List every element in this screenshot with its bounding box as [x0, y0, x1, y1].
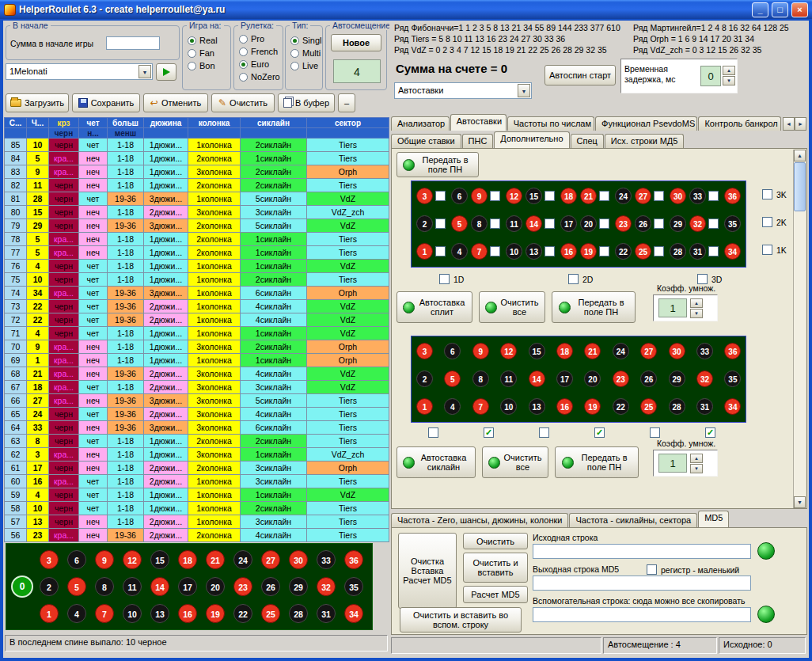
board-number-26[interactable]: 26	[261, 577, 280, 596]
board-number-5[interactable]: 5	[67, 577, 86, 596]
split-number-8[interactable]: 8	[471, 215, 488, 232]
sixline-number-4[interactable]: 4	[444, 398, 461, 415]
table-row[interactable]: 5713черннеч1-182дюжи...1колонка3сиклайнT…	[5, 515, 389, 529]
sub-tab-5[interactable]: Исх. строки МД5	[605, 134, 685, 148]
sixline-number-32[interactable]: 32	[696, 370, 713, 387]
table-row[interactable]: 6821кра...неч19-362дюжи...3колонка4сикла…	[5, 367, 389, 381]
sub-tab-2[interactable]: ПНС	[462, 134, 494, 148]
clear-button[interactable]: ✎Очистить	[211, 93, 275, 112]
split-number-18[interactable]: 18	[560, 188, 577, 204]
sub-tab-1[interactable]: Общие ставки	[391, 134, 461, 148]
table-row[interactable]: 6524чернчет19-362дюжи...3колонка4сиклайн…	[5, 408, 389, 421]
split-number-4[interactable]: 4	[451, 243, 468, 260]
md5-big-button[interactable]: Очистка Вставка Расчет MD5	[398, 533, 457, 609]
tab-scroll-left-button[interactable]: ◄	[783, 117, 795, 131]
split-number-11[interactable]: 11	[506, 215, 522, 232]
sixline-checkbox-1[interactable]	[428, 427, 438, 438]
split-checkbox[interactable]	[654, 191, 664, 201]
split-checkbox[interactable]	[708, 246, 719, 256]
sixline-number-36[interactable]: 36	[724, 343, 741, 359]
sixline-number-23[interactable]: 23	[613, 370, 629, 387]
table-row[interactable]: 8211черннеч1-181дюжи...2колонка2сиклайнT…	[5, 179, 389, 192]
split-number-5[interactable]: 5	[451, 215, 468, 232]
sixline-number-33[interactable]: 33	[696, 343, 713, 359]
spinner-down-button[interactable]: ▼	[690, 464, 703, 473]
sub-tab-4[interactable]: Спец	[571, 134, 604, 148]
sixline-number-19[interactable]: 19	[584, 398, 601, 415]
board-number-34[interactable]: 34	[344, 604, 363, 623]
autobet-sixline-button[interactable]: Автоставка сиклайн	[397, 446, 476, 478]
board-number-30[interactable]: 30	[289, 550, 308, 569]
scroll-up-button[interactable]: ▲	[794, 150, 806, 161]
table-row[interactable]: 638чернчет1-181дюжи...2колонка2сиклайнTi…	[5, 435, 389, 448]
board-number-19[interactable]: 19	[206, 604, 225, 623]
split-checkbox[interactable]	[654, 246, 664, 256]
board-number-27[interactable]: 27	[261, 550, 280, 569]
board-number-8[interactable]: 8	[95, 577, 114, 596]
sixline-number-24[interactable]: 24	[613, 343, 629, 359]
aux-string-input[interactable]	[533, 607, 751, 622]
spinner-down-button[interactable]: ▼	[690, 309, 703, 318]
split-number-24[interactable]: 24	[615, 188, 632, 204]
main-tab-5[interactable]: Контроль банкрол	[698, 116, 781, 131]
table-row[interactable]: 709кра...неч1-181дюжи...3колонка2сиклайн…	[5, 340, 389, 354]
split-checkbox[interactable]	[599, 191, 609, 201]
sixline-number-3[interactable]: 3	[416, 343, 433, 359]
table-row[interactable]: 7434кра...чет19-363дюжи...1колонка6сикла…	[5, 287, 389, 300]
split-number-23[interactable]: 23	[615, 215, 632, 232]
close-button[interactable]: ×	[791, 2, 808, 17]
split-checkbox[interactable]	[599, 218, 609, 229]
split-number-34[interactable]: 34	[724, 243, 741, 260]
sixline-checkbox-3[interactable]	[539, 427, 549, 438]
split-number-20[interactable]: 20	[580, 215, 597, 232]
table-row[interactable]: 839кра...неч1-181дюжи...3колонка2сиклайн…	[5, 165, 389, 179]
title-bar[interactable]: HelperRoullet 6.3 - create helperroullet…	[0, 0, 812, 19]
spinner-up-button[interactable]: ▲	[690, 298, 703, 308]
transfer-sixline-button[interactable]: Передать в поле ПН	[555, 446, 639, 478]
spinner-up-button[interactable]: ▲	[690, 454, 703, 463]
split-number-3[interactable]: 3	[416, 188, 433, 204]
split-number-19[interactable]: 19	[580, 243, 597, 260]
sub-tab-3[interactable]: Дополнительно	[494, 131, 569, 148]
sixline-number-15[interactable]: 15	[529, 343, 545, 359]
split-checkbox[interactable]	[490, 218, 500, 229]
md5-aux-action-button[interactable]	[757, 606, 775, 623]
sixline-checkbox-4[interactable]: ✓	[594, 427, 605, 438]
table-row[interactable]: 714чернчет1-181дюжи...1колонка1сиклайнVd…	[5, 327, 389, 340]
md5-clear-button[interactable]: Очистить	[463, 533, 528, 549]
chevron-down-icon[interactable]: ▼	[138, 65, 151, 78]
table-row[interactable]: 7929черннеч19-363дюжи...2колонка5сиклайн…	[5, 219, 389, 233]
spinner-up-button[interactable]: ▲	[723, 66, 735, 75]
sixline-number-30[interactable]: 30	[669, 343, 685, 359]
table-row[interactable]: 7510чернчет1-181дюжи...1колонка2сиклайнT…	[5, 273, 389, 287]
radio-bon[interactable]: Bon	[183, 59, 230, 72]
bottom-tab-2[interactable]: Частота - сиклайны, сектора	[569, 513, 697, 527]
sixline-number-35[interactable]: 35	[724, 370, 741, 387]
board-number-15[interactable]: 15	[150, 550, 169, 569]
sixline-number-31[interactable]: 31	[696, 398, 713, 415]
board-number-28[interactable]: 28	[289, 604, 308, 623]
table-row[interactable]: 6117черннеч1-182дюжи...2колонка3сиклайнO…	[5, 462, 389, 475]
split-number-10[interactable]: 10	[506, 243, 522, 260]
split-checkbox[interactable]	[544, 191, 555, 201]
split-checkbox[interactable]	[435, 246, 446, 256]
board-number-11[interactable]: 11	[123, 577, 142, 596]
sixline-number-25[interactable]: 25	[640, 398, 657, 415]
checkbox-2k[interactable]	[762, 217, 772, 227]
table-row[interactable]: 6718кра...чет1-182дюжи...3колонка3сиклай…	[5, 381, 389, 394]
checkbox-1k[interactable]	[762, 245, 772, 255]
bottom-tab-1[interactable]: Частота - Zero, шансы, дюжины, колонки	[391, 513, 568, 527]
board-number-23[interactable]: 23	[233, 577, 252, 596]
split-checkbox[interactable]	[654, 218, 664, 229]
table-row[interactable]: 7222чернчет19-362дюжи...1колонка4сиклайн…	[5, 313, 389, 327]
split-checkbox[interactable]	[544, 246, 555, 256]
split-number-33[interactable]: 33	[689, 188, 706, 204]
radio-singl[interactable]: Singl	[286, 34, 322, 47]
radio-multi[interactable]: Multi	[286, 47, 322, 59]
scroll-thumb[interactable]	[794, 162, 806, 211]
split-number-6[interactable]: 6	[451, 188, 468, 204]
minus-button[interactable]: –	[338, 93, 355, 112]
split-number-28[interactable]: 28	[670, 243, 686, 260]
md5-source-action-button[interactable]	[757, 542, 775, 560]
checkbox-1d[interactable]	[439, 274, 450, 284]
